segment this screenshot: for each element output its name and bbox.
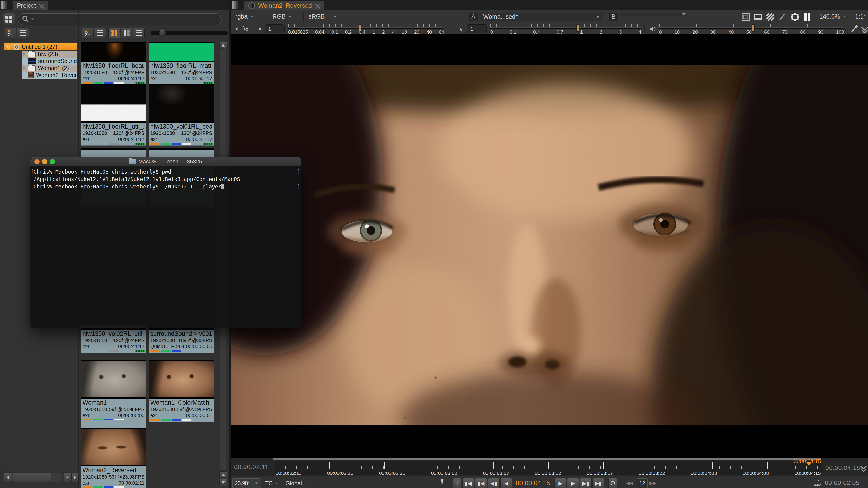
timeline-ruler[interactable]: 00:00:02:1100:00:02:1600:00:02:2100:00:0… — [275, 461, 822, 475]
chevron-down-icon — [843, 16, 846, 18]
timeline-options-chevron-icon[interactable] — [861, 464, 867, 471]
eyedropper-icon[interactable] — [850, 25, 858, 33]
display-channel-dropdown[interactable]: RGB — [272, 13, 291, 20]
expand-arrow-icon[interactable] — [23, 52, 26, 56]
scroll-up-button[interactable] — [219, 42, 227, 48]
channels-dropdown[interactable]: rgba — [235, 13, 253, 20]
set-in-button[interactable]: I — [453, 478, 461, 488]
clip-thumbnail — [149, 84, 214, 123]
pause-display-icon[interactable] — [804, 13, 811, 21]
close-traffic-light[interactable] — [34, 159, 39, 164]
step-forward-button[interactable]: ▶▮ — [580, 478, 592, 488]
view-list-button[interactable] — [133, 28, 145, 38]
current-timecode[interactable]: 00:00:04:15 — [516, 480, 550, 487]
pane-splitter-icon[interactable] — [232, 1, 238, 9]
scroll-left-button[interactable] — [64, 473, 71, 482]
tree-horizontal-scrollbar[interactable]: ⠿⠿ — [12, 473, 62, 482]
play-to-out-button[interactable]: ▶ — [567, 478, 579, 488]
bin-sort-order-button[interactable] — [94, 28, 106, 38]
view-thumbnails-button[interactable] — [108, 28, 120, 38]
mask-overlay-icon[interactable] — [754, 13, 762, 21]
clip-card[interactable]: hlw1350_floorRL_util_10 1920x1080120f @2… — [81, 84, 146, 146]
roi-icon[interactable] — [790, 13, 800, 21]
clip-card[interactable]: hlw1350_vol01RL_beaut 1920x1080120f @24F… — [149, 84, 214, 146]
clip-card[interactable]: hlw1350_floorRL_beauty 1920x1080120f @24… — [81, 42, 146, 85]
minimize-traffic-light[interactable] — [42, 159, 47, 164]
viewer-image-area[interactable] — [231, 34, 868, 457]
buffer-a-dropdown[interactable]: Woma...sed* — [480, 13, 602, 21]
clip-thumbnail — [149, 360, 214, 399]
gain-increase-icon[interactable] — [259, 27, 261, 31]
scroll-up-button[interactable] — [219, 471, 227, 478]
more-options-chevron-icon[interactable] — [862, 26, 868, 33]
set-out-button[interactable]: O — [608, 478, 617, 488]
previous-edit-button[interactable]: ▮◀ — [475, 478, 487, 488]
volume-slider[interactable]: 0102030405060708090100 — [659, 24, 844, 34]
clip-card[interactable]: Woman2_Reversed 1920x108053f @23.98FPS e… — [81, 420, 146, 488]
tab-project[interactable]: Project — [13, 1, 49, 10]
terminal-window[interactable]: MacOS — -bash — 85×25 [ ] ] ChrisW-Macbo… — [30, 157, 301, 328]
clip-name: hlw1350_vol02RL_util_1 — [83, 330, 145, 337]
layout-grid-button[interactable] — [3, 13, 15, 25]
timecode-mode-dropdown[interactable]: TC — [265, 479, 278, 488]
expand-arrow-icon[interactable] — [23, 66, 26, 70]
gain-input[interactable]: 1 — [265, 24, 285, 33]
tree-item-woman2-reversed[interactable]: Woman2_Rever — [22, 72, 77, 78]
zoom-traffic-light[interactable] — [50, 159, 55, 164]
tree-item-folder-woman1[interactable]: Woman1 (2) — [22, 65, 77, 72]
skip-to-end-button[interactable]: ▶▮ — [592, 478, 604, 488]
gamma-input[interactable]: 1 — [467, 24, 487, 33]
snap-ruler-icon[interactable] — [813, 479, 821, 488]
search-input[interactable] — [18, 13, 221, 25]
zoom-level-dropdown[interactable]: 146.6% — [819, 13, 846, 20]
gain-decrease-icon[interactable] — [235, 27, 238, 31]
annotate-pencil-icon[interactable] — [778, 13, 786, 21]
pane-splitter-icon[interactable] — [1, 1, 7, 9]
volume-icon[interactable] — [649, 25, 657, 33]
playhead-line[interactable] — [809, 464, 809, 475]
gain-overlay-icon[interactable] — [742, 13, 750, 21]
tree-item-project[interactable]: Untitled 1 (27) — [4, 43, 77, 51]
terminal-body[interactable]: [ ] ] ChrisW-Macbook-Pro:MacOS chris.wet… — [30, 166, 301, 328]
scroll-right-button[interactable] — [71, 473, 79, 482]
terminal-titlebar[interactable]: MacOS — -bash — 85×25 — [30, 157, 301, 166]
range-mode-dropdown[interactable]: Global — [285, 479, 308, 488]
view-detail-button[interactable] — [121, 28, 132, 38]
fast-forward-icon[interactable]: ▶▶ — [649, 480, 657, 486]
loop-mode-button[interactable] — [441, 480, 443, 484]
colorspace-dropdown[interactable]: sRGB — [309, 13, 337, 20]
viewer-slider-row: f/8 1 0.0156250.040.10.20.412410204064 γ… — [231, 24, 868, 34]
clip-card[interactable]: hlw1350_floorRL_matte_ 1920x1080120f @24… — [149, 42, 214, 85]
scrollbar-thumb[interactable]: ⠿⠿ — [13, 473, 51, 482]
tree-sort-order-button[interactable] — [17, 28, 29, 38]
tick-label: 4 — [392, 29, 395, 35]
close-tab-icon[interactable] — [39, 3, 44, 8]
step-back-button[interactable]: ◀▮ — [488, 478, 500, 488]
tree-item-surroundsound[interactable]: surroundSound — [22, 58, 77, 65]
play-backward-button[interactable]: ◀ — [500, 478, 512, 488]
tab-viewer[interactable]: Woman2_Reversed — [244, 1, 324, 10]
clip-card[interactable]: Woman1 1920x108059f @23.98FPS exr00:00:0… — [81, 360, 146, 422]
clip-duration: 1898f @30FPS — [178, 337, 212, 344]
play-button[interactable]: ▶ — [555, 478, 566, 488]
expand-chevrons-icon[interactable] — [5, 45, 11, 49]
buffer-b-label: B — [609, 13, 618, 21]
scroll-down-button[interactable] — [219, 479, 227, 486]
buffer-b-dropdown[interactable] — [620, 13, 688, 16]
tree-sort-az-button[interactable]: AZ — [4, 28, 16, 38]
tree-item-folder-hlw[interactable]: hlw (23) — [22, 51, 77, 58]
gain-slider[interactable]: 0.0156250.040.10.20.412410204064 — [288, 24, 444, 34]
gamma-slider[interactable]: 00.10.40.71234 — [490, 24, 641, 34]
slider-handle[interactable] — [159, 28, 166, 37]
frame-increment-field[interactable]: 12 — [637, 478, 648, 488]
clip-card[interactable]: Woman1_ColorMatch 1920x108059f @23.98FPS… — [149, 360, 214, 422]
fps-dropdown[interactable]: 23.98* — [232, 478, 261, 488]
wipe-stripes-icon[interactable] — [766, 13, 774, 21]
bin-sort-az-button[interactable]: AZ — [82, 28, 94, 38]
rewind-icon[interactable]: ◀◀ — [626, 480, 633, 486]
close-tab-icon[interactable] — [315, 3, 320, 8]
thumbnail-size-slider[interactable] — [151, 31, 228, 35]
skip-to-start-button[interactable]: ▮◀ — [463, 478, 474, 488]
proxy-dropdown[interactable]: 1:1* — [855, 13, 868, 20]
scroll-left-button[interactable] — [4, 473, 12, 482]
